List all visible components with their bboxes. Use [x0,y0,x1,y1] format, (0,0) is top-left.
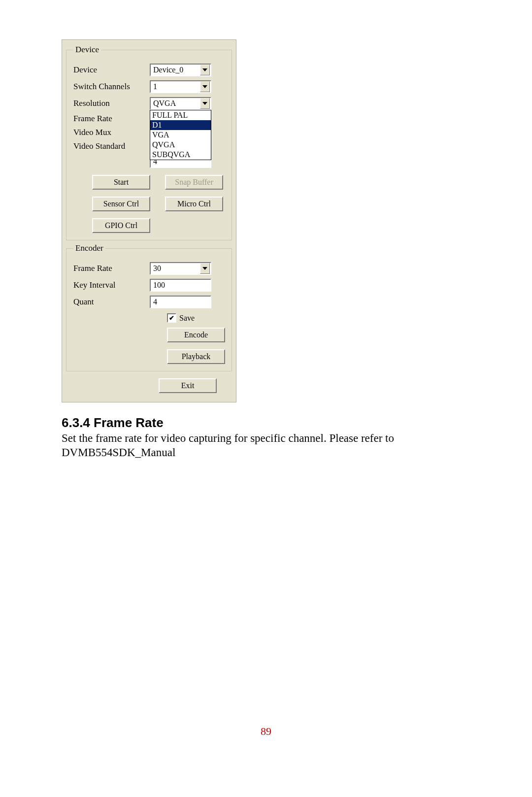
resolution-option[interactable]: D1 [150,120,211,130]
micro-ctrl-button[interactable]: Micro Ctrl [165,197,223,211]
section-heading: 6.3.4 Frame Rate [62,415,478,431]
device-group: Device Device Device_0 Switch Channels 1 [66,45,232,240]
resolution-value: QVGA [153,99,176,108]
page-number: 89 [0,725,532,738]
key-interval-label: Key Interval [73,280,150,290]
resolution-label: Resolution [73,99,150,108]
device-value: Device_0 [153,66,183,74]
quant-label: Quant [73,297,150,307]
key-interval-value: 100 [153,281,165,290]
switch-channels-label: Switch Channels [73,82,150,92]
sensor-ctrl-button[interactable]: Sensor Ctrl [92,197,150,211]
snap-buffer-button: Snap Buffer [165,175,223,190]
frame-rate-label: Frame Rate [73,114,150,124]
chevron-down-icon[interactable] [200,98,210,109]
switch-channels-value: 1 [153,82,157,91]
encoder-group-legend: Encoder [73,243,105,253]
start-button[interactable]: Start [92,175,150,190]
encoder-group: Encoder Frame Rate 30 Key Interval 100 [66,243,232,371]
device-group-legend: Device [73,45,101,55]
quant-value: 4 [153,298,157,306]
playback-button[interactable]: Playback [167,349,225,364]
resolution-combobox[interactable]: QVGA [150,97,211,110]
chevron-down-icon[interactable] [200,65,210,75]
device-label: Device [73,65,150,75]
resolution-option[interactable]: SUBQVGA [150,150,211,160]
device-combobox[interactable]: Device_0 [150,64,211,76]
video-standard-label: Video Standard [73,141,150,151]
key-interval-textbox[interactable]: 100 [150,279,211,292]
save-checkbox[interactable]: ✔ [167,313,176,323]
chevron-down-icon[interactable] [200,81,210,92]
encoder-frame-rate-combobox[interactable]: 30 [150,262,211,275]
device-encoder-dialog: Device Device Device_0 Switch Channels 1 [62,39,236,402]
video-mux-label: Video Mux [73,128,150,137]
encode-button[interactable]: Encode [167,328,225,342]
switch-channels-combobox[interactable]: 1 [150,80,211,93]
exit-button[interactable]: Exit [159,378,217,393]
encoder-frame-rate-value: 30 [153,264,161,273]
resolution-option[interactable]: FULL PAL [150,110,211,120]
resolution-option[interactable]: VGA [150,130,211,140]
section-body: Set the frame rate for video capturing f… [62,432,478,460]
gpio-ctrl-button[interactable]: GPIO Ctrl [92,218,150,233]
chevron-down-icon[interactable] [200,263,210,274]
quant-textbox[interactable]: 4 [150,296,211,308]
resolution-option[interactable]: QVGA [150,140,211,150]
resolution-dropdown[interactable]: FULL PAL D1 VGA QVGA SUBQVGA [150,110,211,160]
save-checkbox-label: Save [179,314,195,323]
encoder-frame-rate-label: Frame Rate [73,264,150,273]
